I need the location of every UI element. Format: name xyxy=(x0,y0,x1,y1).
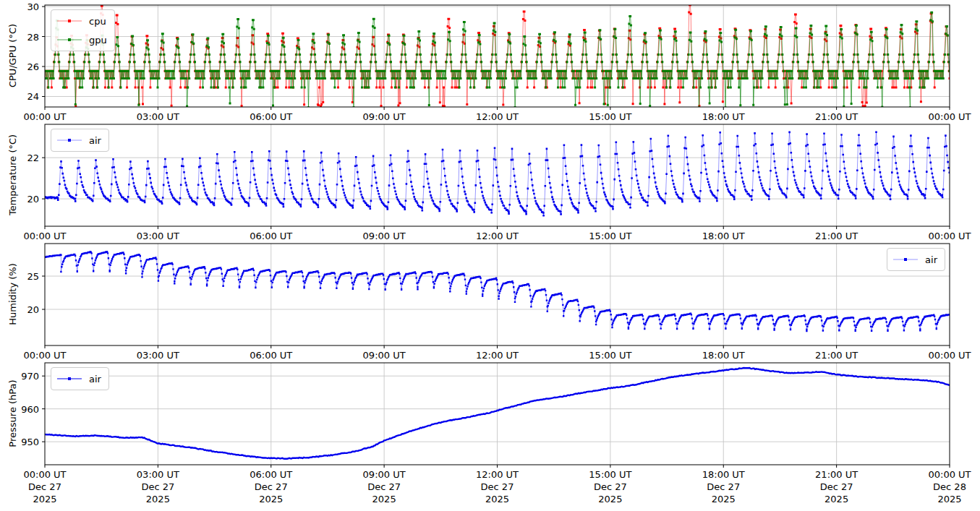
x-tick-label: 18:00 UT xyxy=(702,111,745,122)
legend-entry-air: air xyxy=(56,131,101,150)
x-tick-label: 06:00 UT xyxy=(250,111,292,122)
x-tick-label: 12:00 UT xyxy=(476,350,519,361)
x-tick-year-label: 2025 xyxy=(937,494,961,504)
y-tick-label: 30 xyxy=(12,1,39,12)
legend-marker-gpu xyxy=(68,38,71,41)
humidity-panel xyxy=(42,244,950,348)
x-tick-label: 21:00 UT xyxy=(815,469,858,480)
x-tick-label: 00:00 UT xyxy=(928,111,971,122)
legend-sample-cpu xyxy=(56,17,82,25)
x-tick-label: 00:00 UT xyxy=(928,231,971,241)
legend-marker-air xyxy=(68,377,71,380)
x-tick-year-label: 2025 xyxy=(372,494,396,504)
x-tick-label: 00:00 UT xyxy=(23,469,66,480)
legend-humidity-panel: air xyxy=(887,248,945,271)
x-tick-label: 00:00 UT xyxy=(928,469,971,480)
x-tick-label: 06:00 UT xyxy=(250,350,292,361)
x-tick-label: 09:00 UT xyxy=(363,231,406,241)
x-tick-label: 15:00 UT xyxy=(589,231,631,241)
y-tick-label: 26 xyxy=(12,61,39,72)
x-tick-year-label: 2025 xyxy=(146,494,170,504)
legend-label-air: air xyxy=(89,135,101,146)
temperature-panel xyxy=(42,124,950,229)
x-tick-label: 06:00 UT xyxy=(250,231,292,241)
x-tick-year-label: 2025 xyxy=(259,494,283,504)
x-tick-label: 15:00 UT xyxy=(589,469,631,480)
x-tick-label: 00:00 UT xyxy=(23,231,66,241)
y-tick-label: 950 xyxy=(12,437,39,447)
plot-canvas xyxy=(0,0,980,511)
y-tick-label: 20 xyxy=(12,304,39,315)
x-tick-label: 00:00 UT xyxy=(23,111,66,122)
x-tick-label: 21:00 UT xyxy=(815,231,858,241)
legend-sample-air xyxy=(56,375,82,382)
y-tick-label: 28 xyxy=(12,31,39,42)
legend-marker-air xyxy=(68,139,71,142)
x-tick-label: 03:00 UT xyxy=(137,111,179,122)
legend-pressure-panel: air xyxy=(51,367,109,390)
legend-entry-gpu: gpu xyxy=(56,30,107,49)
x-tick-year-label: 2025 xyxy=(598,494,622,504)
x-tick-label: 03:00 UT xyxy=(137,469,179,480)
legend-entry-air: air xyxy=(892,250,937,269)
x-tick-label: 00:00 UT xyxy=(23,350,66,361)
legend-entry-cpu: cpu xyxy=(56,12,107,30)
y-tick-label: 960 xyxy=(12,403,39,414)
x-tick-label: 00:00 UT xyxy=(928,350,971,361)
x-tick-date-label: Dec 27 xyxy=(594,481,627,492)
legend-cpu-gpu-panel: cpugpu xyxy=(51,9,115,51)
x-tick-date-label: Dec 27 xyxy=(255,481,288,492)
pressure-panel xyxy=(42,363,950,468)
x-tick-label: 21:00 UT xyxy=(815,111,858,122)
legend-sample-gpu xyxy=(56,36,82,43)
x-tick-year-label: 2025 xyxy=(33,494,56,504)
legend-label-air: air xyxy=(89,374,101,385)
x-tick-date-label: Dec 27 xyxy=(28,481,61,492)
x-tick-year-label: 2025 xyxy=(485,494,509,504)
x-tick-label: 03:00 UT xyxy=(137,350,179,361)
x-tick-label: 15:00 UT xyxy=(589,111,631,122)
x-tick-label: 12:00 UT xyxy=(476,231,519,241)
x-tick-label: 15:00 UT xyxy=(589,350,631,361)
x-tick-date-label: Dec 28 xyxy=(933,481,966,492)
x-tick-year-label: 2025 xyxy=(712,494,736,504)
x-tick-label: 12:00 UT xyxy=(476,469,519,480)
legend-label-cpu: cpu xyxy=(89,16,106,27)
y-tick-label: 24 xyxy=(12,91,39,102)
x-tick-date-label: Dec 27 xyxy=(367,481,401,492)
y-tick-label: 20 xyxy=(12,194,39,205)
legend-temperature-panel: air xyxy=(51,129,109,152)
x-tick-label: 06:00 UT xyxy=(250,469,292,480)
y-tick-label: 22 xyxy=(12,153,39,163)
legend-marker-cpu xyxy=(68,20,71,22)
x-tick-label: 03:00 UT xyxy=(137,231,179,241)
x-tick-date-label: Dec 27 xyxy=(141,481,174,492)
x-tick-label: 18:00 UT xyxy=(702,350,745,361)
legend-label-gpu: gpu xyxy=(89,35,107,46)
x-tick-date-label: Dec 27 xyxy=(820,481,853,492)
legend-entry-air: air xyxy=(56,369,101,388)
x-tick-label: 09:00 UT xyxy=(363,350,406,361)
x-tick-label: 09:00 UT xyxy=(363,111,406,122)
y-tick-label: 970 xyxy=(12,371,39,382)
cpu-gpu-panel xyxy=(42,4,951,110)
x-tick-label: 21:00 UT xyxy=(815,350,858,361)
legend-label-air: air xyxy=(925,254,937,265)
x-tick-date-label: Dec 27 xyxy=(707,481,740,492)
x-tick-label: 12:00 UT xyxy=(476,111,519,122)
legend-sample-air xyxy=(56,137,82,144)
x-tick-label: 18:00 UT xyxy=(702,231,745,241)
x-tick-date-label: Dec 27 xyxy=(481,481,514,492)
x-tick-label: 18:00 UT xyxy=(702,469,745,480)
x-tick-label: 09:00 UT xyxy=(363,469,406,480)
y-tick-label: 25 xyxy=(12,271,39,282)
legend-marker-air xyxy=(904,258,907,261)
telemetry-figure: CPU/GPU (°C) Temperature (°C) Humidity (… xyxy=(0,0,980,511)
legend-sample-air xyxy=(892,256,919,263)
x-tick-year-label: 2025 xyxy=(825,494,848,504)
